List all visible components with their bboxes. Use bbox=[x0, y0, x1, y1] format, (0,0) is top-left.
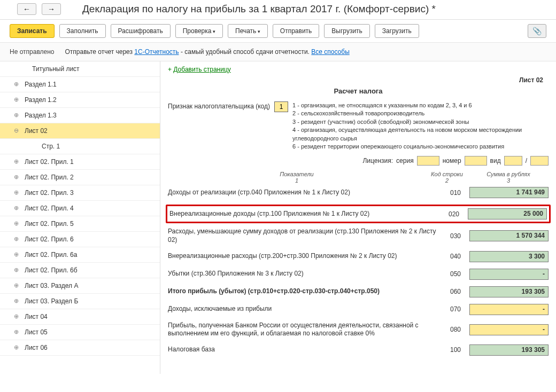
row-value[interactable]: - bbox=[469, 304, 549, 315]
row-code: 020 bbox=[444, 210, 464, 218]
sidebar-item[interactable]: Лист 03. Раздел А bbox=[0, 278, 160, 294]
row-value[interactable]: - bbox=[469, 324, 549, 335]
fill-button[interactable]: Заполнить bbox=[59, 24, 106, 38]
row-label: Внереализационные доходы (стр.100 Прилож… bbox=[169, 210, 440, 218]
attach-button[interactable]: 📎 bbox=[528, 24, 546, 38]
table-row: Доходы от реализации (стр.040 Приложения… bbox=[168, 187, 549, 198]
back-button[interactable]: ← bbox=[17, 3, 36, 15]
sheet-label: Лист 02 bbox=[168, 76, 549, 84]
columns-header: Показатели1 Код строки2 Сумма в рублях3 bbox=[168, 171, 549, 184]
sidebar-item[interactable]: Лист 02. Прил. 6б bbox=[0, 263, 160, 278]
sidebar-item[interactable]: Лист 02. Прил. 2 bbox=[0, 170, 160, 185]
sidebar: Титульный листРаздел 1.1Раздел 1.2Раздел… bbox=[0, 61, 160, 374]
row-value[interactable]: 1 570 344 bbox=[469, 230, 549, 241]
add-page: + Добавить страницу bbox=[168, 66, 549, 73]
row-value[interactable]: 25 000 bbox=[468, 208, 547, 219]
export-button[interactable]: Выгрузить bbox=[324, 24, 370, 38]
link-1c[interactable]: 1С-Отчетность bbox=[134, 48, 179, 56]
row-label: Внереализационные расходы (стр.200+стр.3… bbox=[168, 252, 442, 261]
sidebar-item[interactable]: Лист 06 bbox=[0, 340, 160, 356]
row-value[interactable]: 193 305 bbox=[469, 344, 549, 356]
license-row: Лицензия: серия номер вид / bbox=[168, 156, 549, 166]
top-nav: ← → Декларация по налогу на прибыль за 1… bbox=[0, 0, 556, 20]
send-button[interactable]: Отправить bbox=[273, 24, 320, 38]
row-code: 070 bbox=[446, 305, 465, 313]
taxpayer-label: Признак налогоплательщика (код) bbox=[168, 101, 270, 110]
row-value[interactable]: 193 305 bbox=[469, 286, 549, 297]
row-code: 030 bbox=[446, 232, 465, 240]
sidebar-item[interactable]: Лист 02. Прил. 6а bbox=[0, 247, 160, 263]
row-label: Убытки (стр.360 Приложения № 3 к Листу 0… bbox=[168, 270, 442, 278]
forward-button[interactable]: → bbox=[42, 3, 61, 15]
row-value[interactable]: - bbox=[469, 269, 549, 280]
print-button[interactable]: Печать bbox=[228, 24, 268, 38]
table-row: Налоговая база100193 305 bbox=[168, 344, 549, 356]
table-row: Расходы, уменьшающие сумму доходов от ре… bbox=[168, 228, 549, 244]
sidebar-item[interactable]: Лист 02. Прил. 6 bbox=[0, 232, 160, 247]
row-label: Прибыль, полученная Банком России от осу… bbox=[168, 322, 442, 338]
row-code: 010 bbox=[446, 189, 465, 197]
paperclip-icon: 📎 bbox=[532, 27, 542, 35]
row-value[interactable]: 3 300 bbox=[469, 251, 549, 262]
sidebar-item[interactable]: Лист 02 bbox=[0, 123, 160, 139]
sidebar-item[interactable]: Лист 02. Прил. 5 bbox=[0, 216, 160, 232]
row-label: Доходы от реализации (стр.040 Приложения… bbox=[168, 189, 442, 197]
table-row: Итого прибыль (убыток) (стр.010+стр.020-… bbox=[168, 286, 549, 297]
row-code: 100 bbox=[446, 346, 465, 354]
sidebar-item[interactable]: Раздел 1.1 bbox=[0, 77, 160, 92]
sidebar-item[interactable]: Раздел 1.3 bbox=[0, 108, 160, 123]
status-hint: Отправьте отчет через 1С-Отчетность - са… bbox=[65, 48, 350, 56]
content-area: + Добавить страницу Лист 02 Расчет налог… bbox=[160, 61, 556, 374]
calc-title: Расчет налога bbox=[168, 87, 549, 95]
table-row: Внереализационные расходы (стр.200+стр.3… bbox=[168, 251, 549, 262]
taxpayer-code[interactable] bbox=[274, 101, 288, 112]
status-text: Не отправлено bbox=[10, 48, 55, 56]
link-all-ways[interactable]: Все способы bbox=[311, 48, 350, 56]
sidebar-item[interactable]: Раздел 1.2 bbox=[0, 92, 160, 108]
status-bar: Не отправлено Отправьте отчет через 1С-О… bbox=[0, 43, 556, 61]
sidebar-item[interactable]: Лист 02. Прил. 3 bbox=[0, 185, 160, 201]
save-button[interactable]: Записать bbox=[10, 24, 55, 38]
page-title: Декларация по налогу на прибыль за 1 ква… bbox=[82, 3, 436, 15]
table-row: Убытки (стр.360 Приложения № 3 к Листу 0… bbox=[168, 269, 549, 280]
import-button[interactable]: Загрузить bbox=[375, 24, 419, 38]
row-label: Расходы, уменьшающие сумму доходов от ре… bbox=[168, 228, 442, 244]
sidebar-item[interactable]: Лист 03. Раздел Б bbox=[0, 294, 160, 309]
row-label: Налоговая база bbox=[168, 346, 442, 354]
row-value[interactable]: 1 741 949 bbox=[469, 187, 549, 198]
sidebar-item[interactable]: Стр. 1 bbox=[0, 139, 160, 154]
add-page-link[interactable]: Добавить страницу bbox=[173, 66, 230, 73]
toolbar: Записать Заполнить Расшифровать Проверка… bbox=[0, 20, 556, 43]
license-sub[interactable] bbox=[530, 156, 549, 166]
row-code: 060 bbox=[446, 288, 465, 295]
row-code: 080 bbox=[446, 326, 465, 333]
license-type[interactable] bbox=[504, 156, 522, 166]
decode-button[interactable]: Расшифровать bbox=[111, 24, 171, 38]
codes-description: 1 - организация, не относящаяся к указан… bbox=[292, 101, 549, 151]
license-number[interactable] bbox=[465, 156, 487, 166]
row-code: 040 bbox=[446, 253, 465, 260]
table-row: Прибыль, полученная Банком России от осу… bbox=[168, 322, 549, 338]
sidebar-item[interactable]: Титульный лист bbox=[0, 61, 160, 77]
table-row: Внереализационные доходы (стр.100 Прилож… bbox=[166, 205, 551, 223]
sidebar-item[interactable]: Лист 02. Прил. 4 bbox=[0, 201, 160, 216]
sidebar-item[interactable]: Лист 04 bbox=[0, 309, 160, 325]
row-code: 050 bbox=[446, 270, 465, 278]
table-row: Доходы, исключаемые из прибыли070- bbox=[168, 304, 549, 315]
sidebar-item[interactable]: Лист 02. Прил. 1 bbox=[0, 154, 160, 170]
row-label: Доходы, исключаемые из прибыли bbox=[168, 305, 442, 313]
sidebar-item[interactable]: Лист 05 bbox=[0, 325, 160, 340]
row-label: Итого прибыль (убыток) (стр.010+стр.020-… bbox=[168, 287, 442, 296]
check-button[interactable]: Проверка bbox=[175, 24, 223, 38]
license-series[interactable] bbox=[417, 156, 439, 166]
